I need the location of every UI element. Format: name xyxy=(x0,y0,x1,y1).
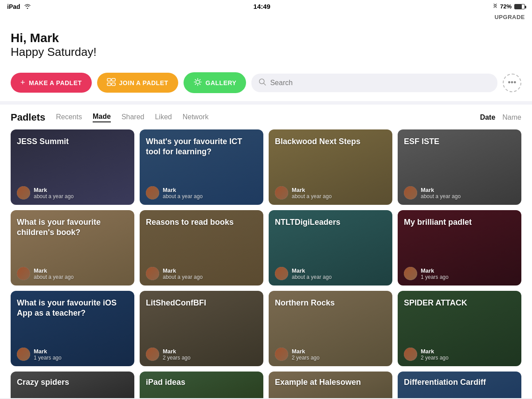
padlet-card-footer: Mark about a year ago xyxy=(398,182,521,205)
padlet-card-title: JESS Summit xyxy=(11,129,134,150)
padlet-card-title: SPIDER ATTACK xyxy=(398,291,521,312)
device-label: iPad xyxy=(7,3,20,10)
gallery-button[interactable]: GALLERY xyxy=(184,72,246,93)
padlet-card[interactable]: Blackwood Next Steps Mark about a year a… xyxy=(269,129,392,205)
gallery-icon xyxy=(193,78,202,88)
avatar xyxy=(17,186,30,200)
avatar xyxy=(275,267,288,280)
search-bar[interactable] xyxy=(251,74,497,92)
padlet-card-title: ESF ISTE xyxy=(398,129,521,150)
padlets-grid: JESS Summit Mark about a year ago What's… xyxy=(11,129,521,372)
padlet-card-footer: Mark about a year ago xyxy=(269,262,392,286)
padlet-card-title: NTLTDigiLeaders xyxy=(269,210,392,231)
padlet-time: 2 years ago xyxy=(421,355,449,361)
padlet-card-footer: Mark about a year ago xyxy=(11,182,134,205)
join-icon xyxy=(107,78,116,87)
padlet-card-title: What's your favourite ICT tool for learn… xyxy=(140,129,263,161)
tab-liked[interactable]: Liked xyxy=(155,113,172,122)
padlet-card-footer: Mark about a year ago xyxy=(140,262,263,286)
join-padlet-button[interactable]: JOIN A PADLET xyxy=(97,73,178,93)
padlet-time: about a year ago xyxy=(421,193,461,200)
padlet-card[interactable]: What is your favourite children's book? … xyxy=(11,210,134,286)
header: Hi, Mark Happy Saturday! xyxy=(0,22,532,66)
padlet-time: about a year ago xyxy=(163,193,203,200)
padlet-card-partial-title: Differentiation Cardiff xyxy=(398,372,521,391)
padlet-card-footer: Mark 1 years ago xyxy=(398,262,521,286)
padlet-card[interactable]: SPIDER ATTACK Mark 2 years ago xyxy=(398,291,521,366)
padlet-time: about a year ago xyxy=(292,274,332,280)
sort-name-button[interactable]: Name xyxy=(502,113,521,121)
avatar xyxy=(17,267,30,280)
padlet-time: about a year ago xyxy=(34,274,74,280)
padlets-section: Padlets Recents Made Shared Liked Networ… xyxy=(0,105,532,398)
more-button[interactable]: ••• xyxy=(503,74,521,92)
avatar xyxy=(146,348,159,361)
status-time: 14:49 xyxy=(254,3,270,10)
padlet-author: Mark xyxy=(421,348,449,355)
plus-icon: + xyxy=(20,78,25,87)
ellipsis-icon: ••• xyxy=(508,78,516,87)
padlets-grid-partial: Crazy spiders iPad ideas Example at Hale… xyxy=(11,372,521,398)
join-padlet-label: JOIN A PADLET xyxy=(119,79,168,86)
tab-recents[interactable]: Recents xyxy=(56,113,82,122)
padlet-time: 2 years ago xyxy=(292,355,320,361)
padlet-time: 1 years ago xyxy=(421,274,449,280)
padlet-card-title: Blackwood Next Steps xyxy=(269,129,392,150)
wifi-icon xyxy=(24,3,31,10)
make-padlet-label: MAKE A PADLET xyxy=(29,79,82,86)
svg-rect-0 xyxy=(107,78,111,81)
padlet-card-partial-title: Crazy spiders xyxy=(11,372,134,391)
padlet-card-partial[interactable]: Crazy spiders xyxy=(11,372,134,398)
avatar xyxy=(146,186,159,200)
padlet-card[interactable]: LitShedConfBFI Mark 2 years ago xyxy=(140,291,263,366)
action-bar: + MAKE A PADLET JOIN A PADLET GALLERY xyxy=(0,66,532,101)
search-input[interactable] xyxy=(270,79,490,87)
padlet-author: Mark xyxy=(34,348,62,355)
section-divider xyxy=(0,101,532,105)
tab-network[interactable]: Network xyxy=(183,113,209,122)
sort-date-button[interactable]: Date xyxy=(480,113,496,121)
padlet-author: Mark xyxy=(292,348,320,355)
padlet-card[interactable]: JESS Summit Mark about a year ago xyxy=(11,129,134,205)
padlet-card[interactable]: What's your favourite ICT tool for learn… xyxy=(140,129,263,205)
avatar xyxy=(404,348,417,361)
padlet-time: about a year ago xyxy=(34,193,74,200)
tab-made[interactable]: Made xyxy=(93,113,111,122)
padlet-time: 1 years ago xyxy=(34,355,62,361)
padlets-title: Padlets xyxy=(11,112,45,123)
padlet-card-partial[interactable]: Example at Halesowen xyxy=(269,372,392,398)
padlet-card[interactable]: ESF ISTE Mark about a year ago xyxy=(398,129,521,205)
status-bar: iPad 14:49 72% xyxy=(0,0,532,13)
padlet-time: about a year ago xyxy=(163,274,203,280)
upgrade-label[interactable]: UPGRADE xyxy=(494,14,525,20)
padlet-card-title: What is your favourite iOS App as a teac… xyxy=(11,291,134,322)
padlet-card-title: Reasons to read books xyxy=(140,210,263,231)
padlet-time: 2 years ago xyxy=(163,355,191,361)
padlet-card[interactable]: My brilliant padlet Mark 1 years ago xyxy=(398,210,521,286)
battery-icon xyxy=(514,4,525,9)
svg-rect-3 xyxy=(112,83,115,86)
padlet-card-title: My brilliant padlet xyxy=(398,210,521,231)
avatar xyxy=(17,348,30,361)
avatar xyxy=(275,186,288,200)
sort-options: Date Name xyxy=(480,113,521,121)
padlet-card[interactable]: NTLTDigiLeaders Mark about a year ago xyxy=(269,210,392,286)
avatar xyxy=(275,348,288,361)
padlet-card-footer: Mark about a year ago xyxy=(269,182,392,205)
status-left: iPad xyxy=(7,3,31,10)
padlet-author: Mark xyxy=(163,187,203,193)
padlet-author: Mark xyxy=(421,267,449,274)
avatar xyxy=(404,186,417,200)
padlet-card[interactable]: What is your favourite iOS App as a teac… xyxy=(11,291,134,366)
avatar xyxy=(404,267,417,280)
padlet-card-partial[interactable]: Differentiation Cardiff xyxy=(398,372,521,398)
tab-shared[interactable]: Shared xyxy=(121,113,145,122)
upgrade-bar[interactable]: UPGRADE xyxy=(0,13,532,22)
status-right: 72% xyxy=(493,3,525,10)
padlet-card[interactable]: Northern Rocks Mark 2 years ago xyxy=(269,291,392,366)
padlet-author: Mark xyxy=(163,267,203,274)
bluetooth-icon xyxy=(493,3,497,10)
padlet-card-partial[interactable]: iPad ideas xyxy=(140,372,263,398)
make-padlet-button[interactable]: + MAKE A PADLET xyxy=(11,73,92,93)
padlet-card[interactable]: Reasons to read books Mark about a year … xyxy=(140,210,263,286)
